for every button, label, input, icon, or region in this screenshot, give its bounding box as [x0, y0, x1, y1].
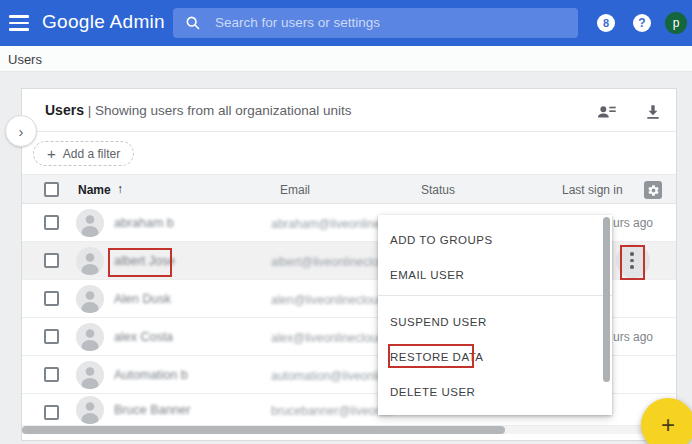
row-checkbox[interactable]	[44, 329, 59, 344]
row-checkbox[interactable]	[44, 253, 59, 268]
horizontal-scrollbar-thumb[interactable]	[22, 426, 505, 434]
user-avatar-icon	[76, 209, 104, 237]
plus-icon: +	[661, 411, 675, 439]
kebab-menu-icon	[630, 252, 634, 272]
user-avatar-icon	[76, 361, 104, 389]
avatar-initial: p	[673, 16, 680, 30]
column-header-status[interactable]: Status	[421, 183, 455, 197]
manage-columns-button[interactable]	[644, 181, 662, 199]
user-name[interactable]: Bruce Banner	[114, 403, 190, 417]
menu-divider	[378, 295, 612, 296]
user-email: albert@liveonlinecloud	[271, 255, 392, 269]
user-email: brucebanner@liveonlin	[271, 404, 394, 418]
horizontal-scrollbar-track[interactable]	[22, 426, 676, 434]
app-title[interactable]: Google Admin	[42, 11, 165, 33]
expand-panel-button[interactable]: ›	[5, 115, 37, 147]
add-user-fab[interactable]: +	[641, 398, 692, 444]
select-all-checkbox[interactable]	[44, 182, 59, 197]
search-placeholder: Search for users or settings	[215, 15, 380, 30]
user-avatar-icon	[76, 247, 104, 275]
add-filter-label: Add a filter	[63, 147, 120, 161]
sort-ascending-icon[interactable]: ↑	[117, 182, 123, 196]
notifications-button[interactable]: 8	[597, 14, 615, 32]
user-name[interactable]: Alen Dusk	[114, 292, 171, 306]
download-users-button[interactable]	[642, 101, 664, 123]
chevron-right-icon: ›	[19, 123, 24, 140]
top-app-bar: Google Admin Search for users or setting…	[0, 0, 692, 46]
user-avatar-icon	[76, 285, 104, 313]
breadcrumb[interactable]: Users	[8, 52, 42, 67]
notification-count: 8	[603, 17, 609, 29]
menu-item-suspend-user[interactable]: SUSPEND USER	[390, 312, 487, 332]
account-avatar[interactable]: p	[665, 12, 687, 34]
help-icon: ?	[638, 16, 645, 30]
user-name[interactable]: abraham b	[114, 216, 174, 230]
user-avatar-icon	[76, 323, 104, 351]
page-subtitle: Showing users from all organizational un…	[95, 103, 352, 118]
column-header-name[interactable]: Name	[78, 183, 111, 197]
search-icon	[185, 15, 201, 31]
card-divider	[22, 131, 676, 132]
user-avatar-icon	[76, 396, 104, 424]
menu-scrollbar-thumb[interactable]	[603, 217, 610, 382]
add-user-button[interactable]	[596, 101, 618, 123]
row-actions-button[interactable]	[616, 244, 650, 278]
page-title: Users	[45, 102, 84, 118]
row-checkbox[interactable]	[44, 291, 59, 306]
table-header-row: Name ↑ Email Status Last sign in	[22, 174, 676, 204]
column-header-email[interactable]: Email	[280, 183, 310, 197]
search-input[interactable]: Search for users or settings	[173, 8, 578, 38]
menu-item-delete-user[interactable]: DELETE USER	[390, 382, 475, 402]
last-sign-in: urs ago	[613, 330, 653, 344]
row-checkbox[interactable]	[44, 405, 59, 420]
user-name[interactable]: Automation b	[114, 368, 188, 382]
card-title-row: Users | Showing users from all organizat…	[45, 102, 352, 118]
download-icon	[642, 101, 664, 123]
row-checkbox[interactable]	[44, 367, 59, 382]
add-filter-chip[interactable]: + Add a filter	[33, 141, 134, 166]
menu-item-email-user[interactable]: EMAIL USER	[390, 265, 464, 285]
row-checkbox[interactable]	[44, 215, 59, 230]
last-sign-in: urs ago	[613, 216, 653, 230]
menu-item-restore-data[interactable]: RESTORE DATA	[390, 347, 484, 367]
user-name[interactable]: albert Jose	[114, 254, 175, 268]
user-actions-context-menu: ADD TO GROUPS EMAIL USER SUSPEND USER RE…	[378, 215, 612, 415]
user-name[interactable]: alex Costa	[114, 330, 173, 344]
column-header-last-sign-in[interactable]: Last sign in	[562, 183, 623, 197]
breadcrumb-bar: Users	[0, 46, 692, 72]
hamburger-menu-icon[interactable]	[9, 15, 29, 31]
plus-icon: +	[47, 145, 56, 162]
user-email: automation@liveonline	[271, 369, 393, 383]
gear-icon	[647, 184, 660, 197]
google-admin-users-page: Google Admin Search for users or setting…	[0, 0, 692, 444]
user-email: alex@liveonlinecloud.i	[271, 331, 390, 345]
add-user-icon	[596, 101, 618, 123]
menu-item-add-to-groups[interactable]: ADD TO GROUPS	[390, 230, 493, 250]
title-separator: |	[88, 103, 92, 118]
help-button[interactable]: ?	[633, 14, 651, 32]
